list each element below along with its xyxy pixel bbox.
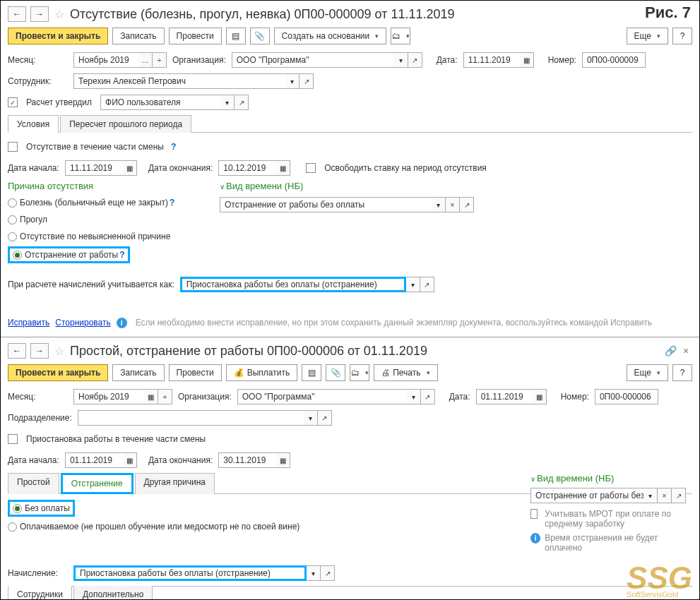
dept-open[interactable]: ↗ — [318, 410, 332, 426]
calc-as-open[interactable]: ↗ — [420, 277, 434, 292]
employee-input[interactable]: Терехин Алексей Петрович — [73, 73, 285, 89]
unpaid-radio[interactable] — [13, 504, 22, 513]
reason-absence-radio[interactable] — [8, 215, 17, 224]
time-type-dropdown[interactable]: ▾ — [643, 488, 658, 503]
dept-dropdown[interactable]: ▾ — [304, 410, 318, 426]
post-and-close-button[interactable]: Провести и закрыть — [8, 28, 108, 44]
attach-icon-button[interactable]: 📎 — [250, 28, 270, 44]
month-stepper[interactable]: ÷ — [158, 389, 172, 404]
date-start-calendar[interactable]: ▦ — [123, 452, 137, 468]
report-icon-button[interactable]: ▤ — [226, 28, 246, 44]
tab-other[interactable]: Другая причина — [135, 473, 215, 494]
help-icon[interactable]: ? — [119, 250, 124, 260]
folder-icon-button[interactable]: 🗂 — [350, 364, 369, 381]
nav-forward-button[interactable]: → — [30, 6, 49, 22]
star-icon[interactable]: ☆ — [53, 344, 66, 357]
date-start-input[interactable]: 01.11.2019 — [65, 452, 123, 468]
help-button[interactable]: ? — [672, 364, 692, 381]
more-button[interactable]: Еще — [627, 364, 668, 381]
fix-link[interactable]: Исправить — [8, 318, 49, 328]
reason-suspension-radio[interactable] — [13, 251, 22, 260]
reverse-link[interactable]: Сторнировать — [55, 318, 110, 328]
print-button[interactable]: 🖨Печать — [374, 364, 437, 381]
reason-illness-radio[interactable] — [8, 198, 17, 208]
number-input[interactable]: 0П00-000006 — [595, 389, 658, 404]
nav-back-button[interactable]: ← — [8, 6, 26, 22]
month-input[interactable]: Ноябрь 2019 — [73, 52, 138, 68]
nav-back-button[interactable]: ← — [8, 343, 26, 359]
tab-employees[interactable]: Сотрудники — [8, 586, 72, 600]
date-end-input[interactable]: 10.12.2019 — [218, 160, 276, 176]
org-input[interactable]: ООО "Программа" — [232, 52, 394, 68]
accrual-input[interactable]: Приостановка работы без оплаты (отстране… — [73, 565, 307, 581]
time-type-open[interactable]: ↗ — [460, 197, 474, 212]
month-stepper[interactable]: ÷ — [153, 52, 167, 68]
reason-unknown-radio[interactable] — [8, 232, 17, 241]
free-rate-checkbox[interactable] — [306, 163, 316, 173]
tab-extra[interactable]: Дополнительно — [73, 586, 153, 600]
time-type-dropdown[interactable]: ▾ — [432, 197, 446, 212]
post-and-close-button[interactable]: Провести и закрыть — [8, 364, 108, 381]
create-on-basis-button[interactable]: Создать на основании — [274, 28, 387, 44]
calc-as-input[interactable]: Приостановка работы без оплаты (отстране… — [180, 277, 406, 292]
help-icon[interactable]: ? — [170, 198, 174, 208]
approver-dropdown[interactable]: ▾ — [220, 95, 235, 110]
month-choose-button[interactable]: … — [138, 52, 153, 68]
report-icon-button[interactable]: ▤ — [302, 364, 321, 381]
employee-open[interactable]: ↗ — [299, 73, 314, 89]
post-button[interactable]: Провести — [169, 28, 222, 44]
pay-button[interactable]: 💰Выплатить — [226, 364, 298, 381]
tab-simple[interactable]: Простой — [8, 473, 59, 494]
time-type-clear[interactable]: × — [446, 197, 460, 212]
paid-radio[interactable] — [8, 522, 17, 532]
attach-icon-button[interactable]: 📎 — [326, 364, 345, 381]
tab-recalc[interactable]: Пересчет прошлого периода — [60, 115, 191, 133]
date-start-input[interactable]: 11.11.2019 — [65, 160, 123, 176]
date-calendar[interactable]: ▦ — [520, 52, 534, 68]
time-type-open[interactable]: ↗ — [672, 488, 686, 503]
time-type-input[interactable]: Отстранение от работы без оплаты — [220, 197, 432, 212]
help-icon[interactable]: ? — [171, 142, 176, 152]
approved-checkbox[interactable]: ✓ — [8, 97, 18, 107]
time-type-clear[interactable]: × — [658, 488, 672, 503]
more-button[interactable]: Еще — [627, 28, 668, 44]
employee-dropdown[interactable]: ▾ — [285, 73, 299, 89]
save-button[interactable]: Записать — [112, 364, 164, 381]
tab-conditions[interactable]: Условия — [8, 115, 59, 133]
org-input[interactable]: ООО "Программа" — [237, 389, 407, 404]
info-icon: i — [530, 533, 540, 544]
partial-shift-checkbox[interactable] — [8, 434, 18, 444]
link-icon[interactable]: 🔗 — [664, 344, 677, 357]
month-input[interactable]: Ноябрь 2019 — [73, 389, 144, 404]
nav-forward-button[interactable]: → — [30, 343, 49, 359]
calc-as-dropdown[interactable]: ▾ — [406, 277, 420, 292]
date-end-calendar[interactable]: ▦ — [276, 160, 290, 176]
folder-icon-button[interactable]: 🗂 — [391, 28, 410, 44]
date-input[interactable]: 01.11.2019 — [476, 389, 533, 404]
save-button[interactable]: Записать — [112, 28, 164, 44]
approver-input[interactable]: ФИО пользователя — [100, 95, 220, 110]
org-open[interactable]: ↗ — [421, 389, 435, 404]
star-icon[interactable]: ☆ — [53, 8, 66, 20]
org-dropdown[interactable]: ▾ — [407, 389, 421, 404]
accrual-dropdown[interactable]: ▾ — [307, 565, 321, 581]
month-calendar[interactable]: ▦ — [144, 389, 158, 404]
post-button[interactable]: Провести — [169, 364, 222, 381]
org-open[interactable]: ↗ — [408, 52, 422, 68]
accrual-open[interactable]: ↗ — [321, 565, 335, 581]
mrot-checkbox[interactable] — [530, 509, 538, 519]
partial-shift-checkbox[interactable] — [8, 142, 18, 152]
date-calendar[interactable]: ▦ — [533, 389, 547, 404]
dept-input[interactable] — [78, 410, 304, 426]
date-end-calendar[interactable]: ▦ — [276, 452, 290, 468]
tab-suspension[interactable]: Отстранение — [61, 473, 134, 494]
date-end-input[interactable]: 30.11.2019 — [218, 452, 276, 468]
time-type-input[interactable]: Отстранение от работы без опл — [530, 488, 643, 503]
date-start-calendar[interactable]: ▦ — [123, 160, 137, 176]
number-input[interactable]: 0П00-000009 — [582, 52, 646, 68]
approver-open[interactable]: ↗ — [235, 95, 249, 110]
org-dropdown[interactable]: ▾ — [394, 52, 408, 68]
date-input[interactable]: 11.11.2019 — [463, 52, 520, 68]
help-button[interactable]: ? — [672, 28, 692, 44]
close-button[interactable]: × — [680, 344, 692, 357]
